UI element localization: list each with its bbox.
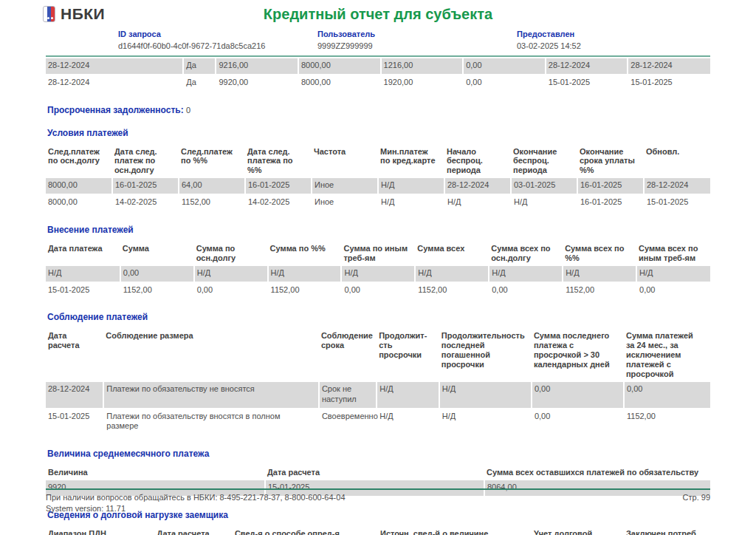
column-header: Сумма платежей за 24 мес., за исключение… bbox=[624, 328, 710, 382]
table-cell: Н/Д bbox=[377, 409, 439, 436]
table-cell: Н/Д bbox=[268, 266, 342, 282]
column-header: Соблюдение срока bbox=[319, 328, 377, 382]
report-header: НБКИ Кредитный отчет для субъекта bbox=[0, 0, 756, 25]
column-header: Диапазон ПДН заемщика bbox=[46, 526, 155, 535]
footer-contact: При наличии вопросов обращайтесь в НБКИ:… bbox=[46, 493, 346, 502]
table-cell: 16-01-2025 bbox=[245, 178, 312, 194]
table-row: 8000,0016-01-202564,0016-01-2025ИноеН/Д2… bbox=[46, 178, 710, 194]
nbki-logo-text: НБКИ bbox=[61, 5, 105, 23]
overdue-note: Просроченная задолженность: 0 bbox=[47, 105, 710, 115]
column-header: Дата расчета bbox=[155, 526, 233, 535]
table-cell: 0,00 bbox=[489, 282, 563, 299]
table-cell: Н/Д bbox=[378, 178, 444, 194]
column-header: Сумма всех по иным треб-ям bbox=[636, 241, 710, 266]
table-cell: 15-01-2025 bbox=[46, 282, 120, 299]
table-cell: 8000,00 bbox=[298, 75, 381, 92]
table-header-row: След.платеж по осн.долгуДата след. плате… bbox=[46, 144, 710, 179]
column-header: Свед-я о способе опред-я величины средне… bbox=[233, 526, 378, 535]
section-heading: Величина среднемесячного платежа bbox=[47, 449, 710, 459]
table-cell: Иное bbox=[312, 178, 378, 194]
column-header: Дата след. платежа по %% bbox=[245, 144, 312, 179]
nbki-flag-icon bbox=[43, 6, 55, 22]
table-row: 28-12-2024Платежи по обязательству не вн… bbox=[46, 382, 710, 409]
table-cell: 0,00 bbox=[624, 382, 710, 409]
table-cell: 0,00 bbox=[120, 266, 194, 282]
column-header: Сумма по %% bbox=[268, 241, 342, 266]
table-cell: Н/Д bbox=[439, 409, 532, 436]
data-table: След.платеж по осн.долгуДата след. плате… bbox=[46, 144, 710, 212]
credit-report-page: НБКИ Кредитный отчет для субъекта ID зап… bbox=[0, 0, 756, 535]
table-cell: 0,00 bbox=[636, 282, 710, 299]
table-cell: 0,00 bbox=[532, 409, 624, 436]
table-cell: 03-01-2025 bbox=[511, 178, 577, 194]
column-header: Сумма последнего платежа с просрочкой > … bbox=[532, 328, 624, 382]
table-cell: 15-01-2025 bbox=[644, 194, 710, 211]
table-cell: 1152,00 bbox=[120, 282, 194, 299]
table-cell: Н/Д bbox=[563, 266, 636, 282]
meta-label: Предоставлен bbox=[517, 30, 716, 38]
column-header: Соблюдение размера bbox=[103, 328, 319, 382]
column-header: Мин.платеж по кред.карте bbox=[378, 144, 444, 179]
table-cell: 1152,00 bbox=[268, 282, 342, 299]
table-header-row: ВеличинаДата расчетаСумма всех оставшихс… bbox=[46, 465, 710, 480]
column-header: След.платеж по %% bbox=[179, 144, 245, 179]
table-cell: Н/Д bbox=[341, 266, 415, 282]
meta-value: 9999ZZ999999 bbox=[317, 41, 517, 50]
column-header: Сумма bbox=[120, 241, 194, 266]
column-header: Дата расчета bbox=[46, 328, 103, 382]
sections: 28-12-2024Да9216,008000,001216,000,0028-… bbox=[0, 58, 756, 535]
table-cell: Н/Д bbox=[444, 194, 511, 211]
table-cell: Н/Д bbox=[439, 382, 532, 409]
table-cell: 16-01-2025 bbox=[577, 194, 644, 211]
table-cell: 0,00 bbox=[341, 282, 415, 299]
table-cell: 0,00 bbox=[463, 58, 546, 75]
report-footer: При наличии вопросов обращайтесь в НБКИ:… bbox=[46, 488, 710, 513]
column-header: Сумма всех по %% bbox=[563, 241, 636, 266]
table-cell: 64,00 bbox=[179, 178, 245, 194]
column-header: Дата след. платеж по осн.долгу bbox=[112, 144, 179, 179]
table-cell: Иное bbox=[312, 194, 378, 211]
section: Условия платежейСлед.платеж по осн.долгу… bbox=[46, 128, 710, 212]
section: Сведения о долговой нагрузке заемщикаДиа… bbox=[46, 510, 710, 535]
table-cell: 15-01-2025 bbox=[628, 75, 710, 92]
table-cell: 1152,00 bbox=[563, 282, 636, 299]
table-cell: 16-01-2025 bbox=[577, 178, 644, 194]
table-header-row: Дата платежаСуммаСумма по осн.долгуСумма… bbox=[46, 241, 710, 266]
column-header: Дата расчета bbox=[265, 465, 484, 480]
column-header: Дата платежа bbox=[46, 241, 120, 266]
column-header: Обновл. bbox=[644, 144, 710, 179]
table-cell: Н/Д bbox=[194, 266, 268, 282]
table-cell: 16-01-2025 bbox=[112, 178, 179, 194]
table-cell: 0,00 bbox=[194, 282, 268, 299]
column-header: Сумма всех bbox=[415, 241, 489, 266]
request-meta: ID запроса d1644f0f-60b0-4c0f-9672-71da8… bbox=[118, 30, 716, 50]
column-header: Сумма всех оставшихся платежей по обязат… bbox=[484, 465, 710, 480]
overdue-label: Просроченная задолженность: bbox=[47, 105, 186, 115]
table-cell: 28-12-2024 bbox=[644, 178, 710, 194]
column-header: Сумма по иным треб-ям bbox=[341, 241, 415, 266]
column-header: След.платеж по осн.долгу bbox=[46, 144, 112, 179]
section: Соблюдение платежейДата расчетаСоблюдени… bbox=[46, 312, 710, 436]
header-divider bbox=[46, 55, 710, 57]
table-cell: Н/Д bbox=[378, 194, 444, 211]
section-heading: Соблюдение платежей bbox=[47, 312, 710, 322]
table-cell: 8000,00 bbox=[46, 178, 112, 194]
column-header: Заключен потреб. кредит bbox=[624, 526, 710, 535]
table-cell: Н/Д bbox=[377, 382, 439, 409]
column-header: Продолжительность последней погашенной п… bbox=[439, 328, 532, 382]
table-cell: 28-12-2024 bbox=[46, 382, 103, 409]
table-cell: Н/Д bbox=[46, 266, 120, 282]
column-header: Сумма всех по осн.долгу bbox=[489, 241, 563, 266]
table-cell: Своевременно bbox=[319, 409, 377, 436]
section-heading: Условия платежей bbox=[47, 128, 710, 138]
data-table: 28-12-2024Да9216,008000,001216,000,0028-… bbox=[46, 58, 710, 92]
table-cell: 8000,00 bbox=[46, 194, 112, 211]
table-cell: Платежи по обязательству не вносятся bbox=[103, 382, 319, 409]
data-table: Дата расчетаСоблюдение размераСоблюдение… bbox=[46, 328, 710, 436]
table-cell: 8000,00 bbox=[298, 58, 381, 75]
column-header: Окончание срока уплаты %% bbox=[577, 144, 644, 179]
meta-user: Пользователь 9999ZZ999999 bbox=[317, 30, 517, 50]
column-header: Окончание беспроц. периода bbox=[511, 144, 577, 179]
section-heading: Внесение платежей bbox=[47, 225, 710, 235]
table-cell: 0,00 bbox=[532, 382, 624, 409]
